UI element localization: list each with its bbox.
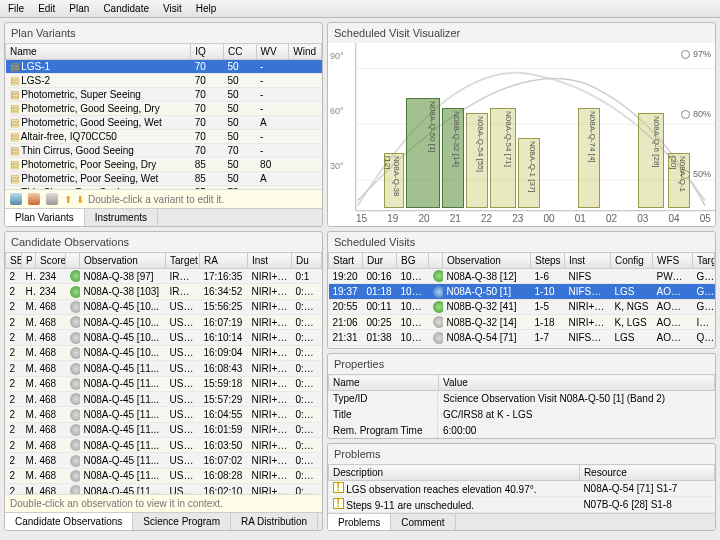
- table-row[interactable]: 19:2000:16100%N08A-Q-38 [12]1-6NIFSPWFS2…: [329, 269, 715, 284]
- table-row[interactable]: ▤ LGS-17050-: [6, 60, 322, 74]
- menu-visit[interactable]: Visit: [163, 3, 182, 14]
- table-row[interactable]: 2M468N08A-Q-45 [10...USco J160904.0...16…: [6, 345, 322, 360]
- property-row: Type/IDScience Observation Visit N08A-Q-…: [328, 391, 715, 407]
- table-row[interactable]: 2H234N08A-Q-38 [97]IRAS F17138-10...17:1…: [6, 269, 322, 284]
- visit-bar[interactable]: N08A-Q-6 [28]: [638, 113, 664, 208]
- column-header[interactable]: Target: [693, 253, 715, 269]
- column-header[interactable]: CC: [223, 44, 256, 60]
- column-header[interactable]: Config: [611, 253, 653, 269]
- table-row[interactable]: ▤ Photometric, Good Seeing, Dry7050-: [6, 102, 322, 116]
- visit-bar[interactable]: N08A-Q-74 [4]: [578, 108, 600, 208]
- visualizer-title: Scheduled Visit Visualizer: [328, 23, 715, 43]
- table-row[interactable]: ▤ Photometric, Poor Seeing, Dry855080: [6, 158, 322, 172]
- problems-table[interactable]: DescriptionResource LGS observation reac…: [328, 464, 715, 513]
- column-header[interactable]: Steps: [531, 253, 565, 269]
- table-row[interactable]: 2H234N08A-Q-38 [103]IRAS F17138-09...16:…: [6, 284, 322, 299]
- column-header[interactable]: BG: [397, 253, 429, 269]
- visit-bar[interactable]: N08A-Q-54 [71]: [490, 108, 516, 208]
- status-icon: [433, 286, 443, 298]
- table-row[interactable]: 21:0600:25100%N08B-Q-32 [14]1-18NIRI+AOK…: [329, 315, 715, 330]
- column-header[interactable]: Score: [36, 253, 66, 269]
- table-row[interactable]: 2M468N08A-Q-45 [10...USco J1556257...15:…: [6, 299, 322, 314]
- tab-instruments[interactable]: Instruments: [85, 209, 158, 226]
- down-arrow-icon[interactable]: ⬇: [76, 194, 84, 205]
- column-header[interactable]: P: [22, 253, 36, 269]
- copy-icon[interactable]: [46, 193, 58, 205]
- visualizer-chart[interactable]: 90°60°30°97%80%50%N08A-Q-38 [12]N08A-Q-5…: [328, 43, 715, 226]
- status-icon: [70, 301, 80, 313]
- column-header[interactable]: SB: [6, 253, 22, 269]
- table-row[interactable]: LGS observation reaches elevation 40.97°…: [329, 481, 715, 497]
- plan-variants-tabs: Plan VariantsInstruments: [5, 208, 322, 226]
- candidates-table[interactable]: SBPScoreObservationTargetRAInstDu 2H234N…: [5, 252, 322, 494]
- visit-bar[interactable]: N08B-Q-32 [14]: [442, 108, 464, 208]
- table-row[interactable]: 21:3101:38100%N08A-Q-54 [71]1-7NIFS+AOLG…: [329, 330, 715, 345]
- table-row[interactable]: ▤ Photometric, Super Seeing7050-: [6, 88, 322, 102]
- table-row[interactable]: 20:5500:11100%N08B-Q-32 [41]1-5NIRI+AOK,…: [329, 299, 715, 314]
- column-header[interactable]: Dur: [363, 253, 397, 269]
- table-row[interactable]: ▤ LGS-27050-: [6, 74, 322, 88]
- tab-science-program[interactable]: Science Program: [133, 513, 231, 530]
- problems-panel: Problems DescriptionResource LGS observa…: [327, 443, 716, 531]
- column-header[interactable]: Observation: [80, 253, 166, 269]
- menu-edit[interactable]: Edit: [38, 3, 55, 14]
- tab-candidate-observations[interactable]: Candidate Observations: [5, 513, 133, 530]
- table-row[interactable]: 2M468N08A-Q-45 [11...USco J160828.4...16…: [6, 468, 322, 483]
- column-header[interactable]: RA: [200, 253, 248, 269]
- plan-variants-table[interactable]: NameIQCCWVWind ▤ LGS-17050-▤ LGS-27050-▤…: [5, 43, 322, 189]
- table-row[interactable]: 2M468N08A-Q-45 [11...USco J160159.7...16…: [6, 422, 322, 437]
- column-header[interactable]: Name: [6, 44, 191, 60]
- table-row[interactable]: ▤ Photometric, Good Seeing, Wet7050A: [6, 116, 322, 130]
- tab-problems[interactable]: Problems: [328, 514, 391, 531]
- table-row[interactable]: ▤ Altair-free, IQ70CC507050-: [6, 130, 322, 144]
- tab-plan-variants[interactable]: Plan Variants: [5, 209, 85, 226]
- table-row[interactable]: 2M468N08A-Q-45 [11...USco J155918.4...15…: [6, 376, 322, 391]
- visit-bar[interactable]: N08A-Q-1 [37]: [518, 138, 540, 208]
- column-header[interactable]: Resource: [579, 465, 714, 481]
- tab-comment[interactable]: Comment: [391, 514, 455, 531]
- add-icon[interactable]: [10, 193, 22, 205]
- menu-help[interactable]: Help: [196, 3, 217, 14]
- plan-variants-panel: Plan Variants NameIQCCWVWind ▤ LGS-17050…: [4, 22, 323, 227]
- visit-bar[interactable]: N08A-Q-54 [55]: [466, 113, 488, 208]
- table-row[interactable]: 2M468N08A-Q-45 [11...USco J160843.3...16…: [6, 361, 322, 376]
- status-icon: [70, 332, 80, 344]
- menu-candidate[interactable]: Candidate: [103, 3, 149, 14]
- visit-bar[interactable]: N08A-Q-1 [30]: [668, 153, 690, 208]
- tab-ra-distribution[interactable]: RA Distribution: [231, 513, 318, 530]
- delete-icon[interactable]: [28, 193, 40, 205]
- menu-file[interactable]: File: [8, 3, 24, 14]
- column-header[interactable]: [66, 253, 80, 269]
- column-header[interactable]: WFS: [653, 253, 693, 269]
- properties-header: Name Value: [328, 374, 715, 391]
- column-header[interactable]: IQ: [191, 44, 224, 60]
- column-header[interactable]: Inst: [565, 253, 611, 269]
- column-header[interactable]: WV: [256, 44, 289, 60]
- visit-bar[interactable]: N08A-Q-50 [1]: [406, 98, 440, 208]
- table-row[interactable]: 2M468N08A-Q-45 [10...USco J161014.7...16…: [6, 330, 322, 345]
- column-header[interactable]: Observation: [443, 253, 531, 269]
- column-header[interactable]: [429, 253, 443, 269]
- column-header[interactable]: Target: [166, 253, 200, 269]
- visit-bar[interactable]: N08A-Q-38 [12]: [384, 153, 404, 208]
- table-row[interactable]: 2M468N08A-Q-45 [11...USco J155729.9...15…: [6, 391, 322, 406]
- table-row[interactable]: ▤ Photometric, Poor Seeing, Wet8550A: [6, 172, 322, 186]
- pct-label: 80%: [681, 109, 711, 119]
- candidates-title: Candidate Observations: [5, 232, 322, 252]
- table-row[interactable]: 2M468N08A-Q-45 [11...USco J160350.4...16…: [6, 437, 322, 452]
- table-row[interactable]: ▤ Thin Cirrus, Good Seeing7070-: [6, 144, 322, 158]
- table-row[interactable]: 2M468N08A-Q-45 [11...USco J160702.1...16…: [6, 453, 322, 468]
- visits-table[interactable]: StartDurBGObservationStepsInstConfigWFST…: [328, 252, 715, 346]
- table-row[interactable]: 19:3701:18100%N08A-Q-50 [1]1-10NIFS+AOLG…: [329, 284, 715, 299]
- up-arrow-icon[interactable]: ⬆: [64, 194, 72, 205]
- column-header[interactable]: Inst: [248, 253, 292, 269]
- table-row[interactable]: 2M468N08A-Q-45 [11...USco J160210.9...16…: [6, 484, 322, 494]
- menu-plan[interactable]: Plan: [69, 3, 89, 14]
- column-header[interactable]: Start: [329, 253, 363, 269]
- column-header[interactable]: Wind: [289, 44, 322, 60]
- table-row[interactable]: 2M468N08A-Q-45 [11...USco J160455.8...16…: [6, 407, 322, 422]
- column-header[interactable]: Description: [329, 465, 580, 481]
- table-row[interactable]: 2M468N08A-Q-45 [10...USco J160719.7...16…: [6, 315, 322, 330]
- table-row[interactable]: Steps 9-11 are unscheduled.N07B-Q-6 [28]…: [329, 497, 715, 513]
- column-header[interactable]: Du: [292, 253, 322, 269]
